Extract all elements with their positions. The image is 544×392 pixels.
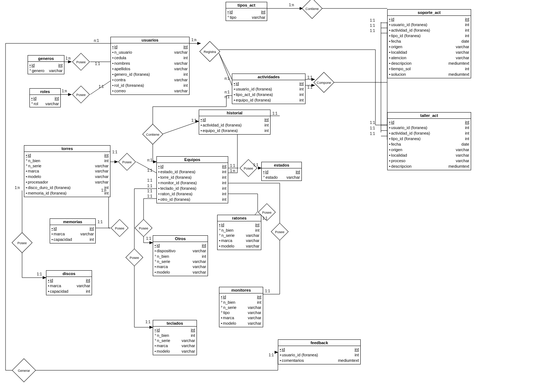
entity-otros: Otros idintdispositivovarcharn_bienintn_… bbox=[153, 235, 208, 276]
attribute-row: localidadvarchar bbox=[389, 50, 469, 55]
entity-title: actividades bbox=[232, 74, 305, 80]
attribute-type: varchar bbox=[456, 147, 469, 153]
card-label: 1:1 bbox=[146, 236, 151, 240]
attribute-name: id bbox=[221, 294, 257, 300]
attribute-row: actividad_id (foranea)int bbox=[389, 28, 469, 33]
attribute-name: id bbox=[389, 17, 465, 22]
attribute-type: int bbox=[255, 228, 259, 233]
attribute-type: int bbox=[465, 28, 469, 33]
rel-generar: Generar bbox=[12, 358, 36, 382]
attribute-type: int bbox=[183, 55, 188, 61]
entity-feedback: feedback idintusuario_id (foranea)intcom… bbox=[278, 339, 361, 364]
attribute-type: varchar bbox=[246, 233, 259, 238]
card-label: 1:1 bbox=[147, 194, 152, 198]
card-label: n:1 bbox=[225, 95, 230, 99]
attribute-row: usuario_id (foranea)int bbox=[234, 86, 304, 92]
attribute-row: torre_id (foranea)int bbox=[158, 175, 226, 180]
attribute-name: actividad_id (foranea) bbox=[389, 131, 465, 136]
entity-body: idintdispositivovarcharn_bienintn_seriev… bbox=[153, 242, 208, 276]
attribute-name: id bbox=[263, 169, 296, 175]
attribute-type: varchar bbox=[174, 77, 188, 83]
rel-label: Posee bbox=[115, 227, 124, 230]
attribute-row: tipo_act_id (foranea)int bbox=[234, 92, 304, 97]
card-label: 1:1 bbox=[230, 164, 235, 168]
card-label: 1:n bbox=[101, 188, 106, 192]
card-label: 1:1 bbox=[370, 126, 375, 130]
attribute-name: marca bbox=[155, 343, 181, 349]
attribute-type: varchar bbox=[174, 61, 188, 66]
attribute-name: correo bbox=[112, 88, 174, 94]
attribute-name: id bbox=[227, 9, 261, 15]
attribute-row: n_usuariovarchar bbox=[112, 50, 188, 55]
entity-body: idintn_bienintn_serievarchartipovarcharm… bbox=[219, 293, 263, 327]
entity-body: idinttipovarchar bbox=[226, 8, 267, 21]
attribute-name: id bbox=[155, 243, 202, 248]
attribute-name: marca bbox=[219, 238, 246, 243]
attribute-name: n_bien bbox=[155, 333, 191, 338]
attribute-name: id bbox=[31, 96, 54, 101]
attribute-name: tipo bbox=[221, 310, 248, 315]
attribute-type: varchar bbox=[456, 55, 469, 61]
attribute-row: contravarchar bbox=[112, 77, 188, 83]
attribute-type: varchar bbox=[95, 174, 109, 179]
attribute-row: n_serievarchar bbox=[155, 259, 206, 264]
entity-body: idintestadovarchar bbox=[262, 168, 301, 181]
attribute-row: solucionmediumtext bbox=[389, 72, 469, 77]
attribute-type: int bbox=[222, 191, 226, 197]
entity-estados: estados idintestadovarchar bbox=[261, 162, 302, 181]
attribute-row: dispositivovarchar bbox=[155, 248, 206, 254]
entity-body: idintactividad_id (foranea)intequipo_id … bbox=[199, 116, 270, 134]
attribute-name: dispositivo bbox=[155, 248, 192, 254]
attribute-row: actividad_id (foranea)int bbox=[389, 131, 469, 136]
attribute-row: n_serievarchar bbox=[26, 163, 109, 168]
attribute-row: fechadate bbox=[389, 39, 469, 44]
attribute-name: rol bbox=[31, 101, 45, 106]
entity-title: memorias bbox=[50, 219, 95, 225]
entity-body: idintn_usuariovarcharcedulaintnombresvar… bbox=[111, 43, 189, 95]
svg-line-26 bbox=[136, 162, 156, 173]
card-label: 1:1 bbox=[370, 121, 375, 125]
attribute-name: capacidad bbox=[52, 237, 89, 242]
attribute-row: n_serievarchar bbox=[221, 305, 261, 310]
attribute-type: int bbox=[222, 197, 226, 202]
card-label: 1:1 bbox=[147, 184, 152, 188]
entity-body: idintestado_id (foranea)inttorre_id (for… bbox=[157, 163, 228, 203]
attribute-row: idint bbox=[158, 164, 226, 169]
attribute-row: equipo_id (foranea)int bbox=[234, 97, 304, 103]
rel-posee-memorias: Posee bbox=[111, 219, 128, 237]
attribute-row: idint bbox=[280, 347, 359, 352]
attribute-type: varchar bbox=[456, 50, 469, 55]
attribute-row: comentariosmediumtext bbox=[280, 358, 359, 363]
attribute-row: marcavarchar bbox=[52, 231, 94, 237]
attribute-row: modelovarchar bbox=[155, 349, 195, 354]
attribute-type: mediumtext bbox=[448, 72, 469, 77]
attribute-name: id bbox=[112, 44, 183, 50]
rel-posee-torres: Posee bbox=[118, 153, 136, 171]
attribute-row: marcavarchar bbox=[221, 315, 261, 321]
rel-label: Posee bbox=[122, 160, 132, 164]
card-label: 1:1 bbox=[262, 216, 268, 220]
card-label: 1:1 bbox=[370, 29, 375, 33]
attribute-row: capacidadint bbox=[52, 237, 94, 242]
entity-roles: roles idintrolvarchar bbox=[29, 88, 61, 107]
entity-title: monitores bbox=[219, 287, 263, 293]
attribute-type: int bbox=[264, 122, 269, 128]
card-label: 1:1 bbox=[147, 168, 152, 172]
attribute-type: int bbox=[222, 169, 226, 175]
attribute-type: varchar bbox=[192, 259, 206, 264]
card-label: 1:1 bbox=[307, 85, 312, 89]
attribute-name: solucion bbox=[389, 72, 448, 77]
rel-label: Contiene bbox=[146, 133, 159, 136]
attribute-name: localidad bbox=[389, 50, 456, 55]
attribute-row: idint bbox=[26, 153, 109, 158]
attribute-type: varchar bbox=[181, 338, 195, 343]
attribute-type: varchar bbox=[456, 44, 469, 50]
attribute-type: varchar bbox=[181, 343, 195, 349]
rel-posee-monitores: Posee bbox=[271, 223, 289, 240]
attribute-type: int bbox=[465, 125, 469, 131]
rel-label: Compone bbox=[317, 81, 331, 85]
svg-line-21 bbox=[162, 121, 199, 134]
attribute-type: int bbox=[465, 131, 469, 136]
attribute-name: n_bien bbox=[221, 300, 257, 305]
attribute-type: varchar bbox=[252, 15, 265, 20]
